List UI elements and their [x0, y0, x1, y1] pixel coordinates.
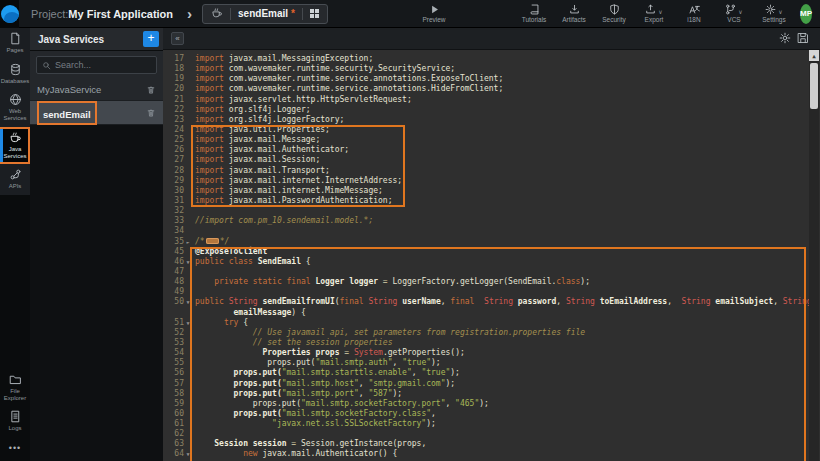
i18n-button[interactable]: i18N	[674, 0, 714, 28]
fold-gutter	[184, 95, 192, 105]
code-line[interactable]: 31import javax.mail.PasswordAuthenticati…	[163, 196, 808, 206]
code-line[interactable]: 34	[163, 226, 808, 236]
collapse-panel-button[interactable]: «	[171, 32, 184, 45]
code-line[interactable]: 54 Properties props = System.getProperti…	[163, 348, 808, 358]
line-number: 27	[163, 155, 184, 165]
code-line[interactable]: 62	[163, 429, 808, 439]
folded-code-badge[interactable]	[206, 238, 219, 244]
settings-button[interactable]: ∨Settings	[754, 0, 794, 28]
code-text: import com.wavemaker.runtime.service.ann…	[192, 74, 503, 84]
fold-marker-icon[interactable]: ►	[184, 237, 192, 247]
fold-marker-icon[interactable]: ▼	[184, 297, 192, 307]
code-line[interactable]: 56 props.put("mail.smtp.starttls.enable"…	[163, 368, 808, 378]
fold-marker-icon[interactable]: ▼	[184, 449, 192, 459]
code-line[interactable]: 61 "javax.net.ssl.SSLSocketFactory");	[163, 419, 808, 429]
code-line[interactable]: 22import org.slf4j.Logger;	[163, 105, 808, 115]
line-number: 19	[163, 74, 184, 84]
code-text: props.put("mail.smtp.host", "smtp.gmail.…	[192, 379, 455, 389]
code-line[interactable]: 55 props.put("mail.smtp.auth", "true");	[163, 358, 808, 368]
code-line[interactable]: 28import javax.mail.Transport;	[163, 166, 808, 176]
editor-settings-button[interactable]	[776, 30, 794, 48]
code-line[interactable]: 59 props.put("mail.smtp.socketFactory.po…	[163, 399, 808, 409]
code-line[interactable]: 21import javax.servlet.http.HttpServletR…	[163, 95, 808, 105]
sidebar-item-pages[interactable]: Pages	[0, 28, 30, 59]
code-line[interactable]: emailMessage) {	[163, 308, 808, 318]
code-line[interactable]: 48 private static final Logger logger = …	[163, 277, 808, 287]
trash-icon[interactable]	[146, 108, 156, 118]
code-line[interactable]: 20import com.wavemaker.runtime.service.a…	[163, 84, 808, 94]
vcs-button[interactable]: ∨VCS	[714, 0, 754, 28]
code-line[interactable]: 47	[163, 267, 808, 277]
project-label: Project:	[31, 8, 68, 20]
service-item-sendemail[interactable]: sendEmail	[30, 101, 163, 125]
editor-scrollbar[interactable]: ▲	[809, 50, 819, 461]
code-text: public String sendEmailfromUI(final Stri…	[192, 297, 812, 307]
code-area[interactable]: 17import javax.mail.MessagingException;1…	[163, 50, 820, 461]
code-line[interactable]: 60 props.put("mail.smtp.socketFactory.cl…	[163, 409, 808, 419]
sidebar-item-java-services[interactable]: Java Services	[0, 127, 30, 164]
code-line[interactable]: 32	[163, 206, 808, 216]
trash-icon[interactable]	[146, 85, 156, 95]
code-line[interactable]: 46▼public class SendEmail {	[163, 257, 808, 267]
code-line[interactable]: 24import java.util.Properties;	[163, 125, 808, 135]
code-line[interactable]: 17import javax.mail.MessagingException;	[163, 54, 808, 64]
search-box[interactable]	[36, 56, 157, 74]
project-name[interactable]: My First Application	[68, 8, 173, 20]
code-line[interactable]: 18import com.wavemaker.runtime.security.…	[163, 64, 808, 74]
code-line[interactable]: 30import javax.mail.internet.MimeMessage…	[163, 186, 808, 196]
fold-gutter	[184, 64, 192, 74]
service-item-myjavaservice[interactable]: MyJavaService	[30, 79, 163, 101]
code-line[interactable]: 35►/**/	[163, 237, 808, 247]
fold-gutter	[184, 216, 192, 226]
add-service-button[interactable]: +	[143, 31, 159, 47]
tab-sendemail[interactable]: sendEmail *	[202, 4, 328, 24]
security-button[interactable]: Security	[594, 0, 634, 28]
code-line[interactable]: 52 // Use javamail api, set parameters f…	[163, 328, 808, 338]
export-button[interactable]: ∨Export	[634, 0, 674, 28]
sidebar-item-web-services[interactable]: Web Services	[0, 89, 30, 126]
scrollbar-thumb[interactable]	[810, 63, 818, 109]
fold-marker-icon[interactable]: ▼	[184, 318, 192, 328]
code-line[interactable]: 58 props.put("mail.smtp.port", "587");	[163, 389, 808, 399]
save-button[interactable]	[794, 30, 812, 48]
grid-icon[interactable]	[310, 9, 319, 18]
code-line[interactable]: 51▼ try {	[163, 318, 808, 328]
action-label: Preview	[422, 16, 445, 23]
code-line[interactable]: 26import javax.mail.Authenticator;	[163, 145, 808, 155]
code-line[interactable]: 19import com.wavemaker.runtime.service.a…	[163, 74, 808, 84]
more-options-button[interactable]: •••	[0, 437, 30, 459]
sidebar-item-logs[interactable]: Logs	[0, 406, 30, 437]
fold-marker-icon[interactable]: ▼	[184, 257, 192, 267]
code-line[interactable]: 57 props.put("mail.smtp.host", "smtp.gma…	[163, 379, 808, 389]
line-number: 25	[163, 135, 184, 145]
artifacts-button[interactable]: Artifacts	[554, 0, 594, 28]
code-line[interactable]: 25import javax.mail.Message;	[163, 135, 808, 145]
action-label: i18N	[687, 16, 700, 23]
app-logo[interactable]	[0, 0, 19, 28]
code-line[interactable]: 49	[163, 287, 808, 297]
code-line[interactable]: 29import javax.mail.internet.InternetAdd…	[163, 176, 808, 186]
code-text: import javax.mail.Session;	[192, 155, 320, 165]
service-name: MyJavaService	[37, 84, 146, 95]
code-line[interactable]: 45@ExposeToClient	[163, 247, 808, 257]
gear-icon	[779, 32, 791, 44]
line-number: 56	[163, 368, 184, 378]
sidebar-item-file-explorer[interactable]: File Explorer	[0, 369, 30, 406]
sidebar-item-databases[interactable]: Databases	[0, 59, 30, 90]
sidebar-item-label: Pages	[6, 47, 23, 54]
tutorials-button[interactable]: Tutorials	[514, 0, 554, 28]
code-line[interactable]: 50▼public String sendEmailfromUI(final S…	[163, 297, 808, 307]
code-line[interactable]: 64▼ new javax.mail.Authenticator() {	[163, 449, 808, 459]
code-line[interactable]: 23import org.slf4j.LoggerFactory;	[163, 115, 808, 125]
code-line[interactable]: 63 Session session = Session.getInstance…	[163, 439, 808, 449]
preview-button[interactable]: Preview	[414, 0, 454, 28]
user-avatar[interactable]: MP	[800, 4, 812, 24]
sidebar-item-apis[interactable]: APIs	[0, 164, 30, 195]
search-input[interactable]	[55, 60, 145, 70]
code-line[interactable]: 33//import com.pm_10.sendemail.model.*;	[163, 216, 808, 226]
code-line[interactable]: 53 // set the session properties	[163, 338, 808, 348]
file-icon	[9, 32, 22, 45]
java-services-panel: Java Services + MyJavaServicesendEmail	[30, 28, 163, 461]
scroll-up-arrow[interactable]: ▲	[809, 50, 819, 61]
code-line[interactable]: 27import javax.mail.Session;	[163, 155, 808, 165]
